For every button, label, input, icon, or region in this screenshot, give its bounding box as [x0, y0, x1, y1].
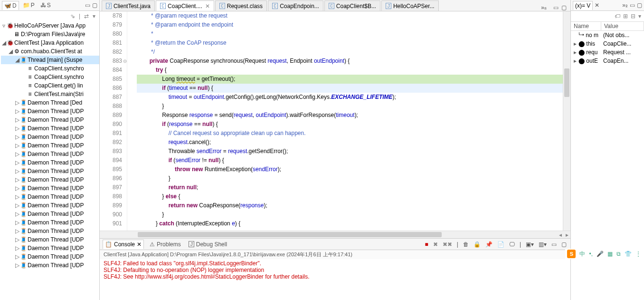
line-number-gutter[interactable]: 8788798808818828838848858868878888898908…	[100, 11, 127, 231]
show-logical-button[interactable]: ⊞	[623, 13, 628, 19]
tree-row[interactable]: ▷🧵Daemon Thread [UDP	[1, 244, 99, 252]
variables-list[interactable]: ⮡ no m(Not obs...▸⬤ thisCoapClie...▸⬤ re…	[571, 31, 644, 300]
clear-console-button[interactable]: 🗑	[462, 241, 470, 248]
tree-row[interactable]: ▷🧵Daemon Thread [UDP	[1, 167, 99, 175]
tree-row[interactable]: ▷🧵Daemon Thread [UDP	[1, 158, 99, 167]
code-editor[interactable]: 8788798808818828838848858868878888898908…	[100, 11, 570, 231]
maximize-editor-icon[interactable]: ▢	[561, 4, 567, 11]
tree-row[interactable]: ▷🧵Daemon Thread [UDP	[1, 124, 99, 133]
open-console-button[interactable]: ▣▾	[525, 241, 535, 248]
new-console-button[interactable]: ▥▾	[538, 241, 548, 248]
tree-row[interactable]: ≡CoapClient.synchro	[1, 64, 99, 73]
tree-row[interactable]: ▷🧵Daemon Thread [UDP	[1, 116, 99, 124]
tree-row[interactable]: ▷🧵Daemon Thread [UDP	[1, 150, 99, 158]
col-name[interactable]: Name	[571, 22, 601, 30]
collapse-icon[interactable]: ⇘	[70, 13, 75, 19]
minimize-icon[interactable]: ▭	[630, 2, 635, 9]
tab-debug-shell[interactable]: 🄹 Debug Shell	[187, 240, 229, 249]
minimize-icon[interactable]: ▭	[550, 241, 558, 248]
remove-launch-button[interactable]: ✖	[432, 241, 439, 248]
editor-tab-coapclient[interactable]: 🄲CoapClient....✕	[156, 0, 214, 11]
tree-label: Daemon Thread [Ded	[28, 99, 82, 106]
tab-problems[interactable]: ⚠ Problems	[148, 240, 183, 249]
ime-logo-icon[interactable]: S	[567, 250, 576, 258]
editor-tab-coapclientb[interactable]: 🄲CoapClient$B...	[324, 0, 380, 11]
tab-debug[interactable]: 🦋 D	[2, 1, 19, 10]
tree-row[interactable]: ▷🧵Daemon Thread [Ded	[1, 98, 99, 107]
ime-keyboard-button[interactable]: ▦	[607, 251, 613, 257]
tab-servers[interactable]: 🖧 S	[38, 1, 53, 10]
tree-row[interactable]: ≡CoapClient.get() lin	[1, 81, 99, 90]
maximize-icon[interactable]: ▢	[637, 2, 642, 9]
vertical-scrollbar[interactable]	[563, 11, 570, 231]
horizontal-scrollbar[interactable]: ◂▸	[100, 231, 570, 238]
ime-toolbar[interactable]: S 中 •, 🎤 ▦ ⧉ 👕 ⋮	[565, 249, 643, 259]
tree-row[interactable]: ▷🧵Daemon Thread [UDP	[1, 218, 99, 227]
console-output[interactable]: SLF4J: Failed to load class "org.slf4j.i…	[100, 259, 570, 300]
close-icon[interactable]: ✕	[595, 2, 599, 9]
minimize-icon[interactable]: ▭	[85, 2, 90, 9]
debug-tree[interactable]: ▿🐞HelloCoAPServer [Java App🖥D:\Program F…	[0, 21, 99, 300]
view-menu-icon[interactable]: ▾	[638, 13, 641, 19]
display-selected-button[interactable]: 📄	[496, 241, 505, 248]
pin-console-button[interactable]: 📌	[484, 241, 493, 248]
scrollbar-thumb[interactable]	[138, 232, 442, 237]
show-console-button[interactable]: 🖵	[508, 241, 516, 248]
code-content[interactable]: * @param request the request * @param en…	[127, 11, 563, 231]
tab-variables[interactable]: (x)= V	[573, 1, 593, 10]
tab-console[interactable]: 📋 Console ✕	[103, 240, 144, 249]
close-icon[interactable]: ✕	[137, 241, 142, 248]
editor-tab-clienttest[interactable]: 🄹ClientTest.java	[102, 0, 155, 11]
tree-row[interactable]: ▷🧵Daemon Thread [UDP	[1, 107, 99, 116]
tree-row[interactable]: ▷🧵Daemon Thread [UDP	[1, 261, 99, 270]
tree-row[interactable]: ◢🐞ClientTest [Java Application	[1, 39, 99, 47]
close-tab-icon[interactable]: ✕	[205, 3, 210, 10]
tree-row[interactable]: ▷🧵Daemon Thread [UDP	[1, 210, 99, 218]
tree-row[interactable]: ▷🧵Daemon Thread [UDP	[1, 133, 99, 141]
col-value[interactable]: Value	[601, 22, 644, 30]
tree-row[interactable]: ◢⚙com.huabo.ClientTest at	[1, 47, 99, 56]
tree-row[interactable]: ▷🧵Daemon Thread [UDP	[1, 201, 99, 210]
tree-row[interactable]: ▷🧵Daemon Thread [UDP	[1, 252, 99, 261]
tab-package[interactable]: 📁 P	[21, 1, 37, 10]
scroll-lock-button[interactable]: 🔒	[473, 241, 482, 248]
maximize-icon[interactable]: ▢	[560, 241, 568, 248]
show-type-names-button[interactable]: 🏷	[615, 13, 620, 19]
ime-voice-button[interactable]: 🎤	[597, 251, 604, 257]
more-tabs-button[interactable]: »₈	[538, 4, 549, 11]
ime-skin-button[interactable]: ⧉	[616, 251, 621, 257]
variable-row[interactable]: ⮡ no m(Not obs...	[571, 31, 644, 39]
scroll-left-icon[interactable]: ◂	[559, 232, 562, 238]
tree-row[interactable]: ▷🧵Daemon Thread [UDP	[1, 141, 99, 150]
editor-tab-request[interactable]: 🄲Request.class	[215, 0, 267, 11]
tree-row[interactable]: ▷🧵Daemon Thread [UDP	[1, 235, 99, 244]
tree-row[interactable]: ▿🐞HelloCoAPServer [Java App	[1, 21, 99, 30]
ime-tool-button[interactable]: 👕	[625, 251, 632, 257]
remove-all-button[interactable]: ✖✖	[442, 241, 453, 248]
more-views-button[interactable]: »₂	[622, 2, 628, 9]
scroll-right-icon[interactable]: ▸	[566, 232, 568, 238]
tree-row[interactable]: ▷🧵Daemon Thread [UDP	[1, 184, 99, 193]
variable-row[interactable]: ▸⬤ outECoapEn...	[571, 57, 644, 65]
terminate-button[interactable]: ■	[424, 241, 429, 248]
scrollbar-thumb[interactable]	[564, 68, 569, 97]
tree-row[interactable]: ≡ClientTest.main(Stri	[1, 90, 99, 98]
ime-menu-button[interactable]: ⋮	[635, 251, 641, 257]
tree-row[interactable]: ▷🧵Daemon Thread [UDP	[1, 193, 99, 201]
tree-row[interactable]: ≡CoapClient.synchro	[1, 73, 99, 81]
maximize-icon[interactable]: ▢	[92, 2, 97, 9]
tree-row[interactable]: ▷🧵Daemon Thread [UDP	[1, 227, 99, 235]
ime-punct-button[interactable]: •,	[589, 251, 593, 257]
editor-tab-coapendpoint[interactable]: 🄲CoapEndpoin...	[268, 0, 323, 11]
tree-row[interactable]: 🖥D:\Program Files\Java\jre	[1, 30, 99, 39]
ime-lang-button[interactable]: 中	[579, 250, 585, 258]
collapse-all-button[interactable]: ⊟	[631, 13, 635, 19]
view-menu-icon[interactable]: ▾	[93, 13, 95, 19]
tree-row[interactable]: ▷🧵Daemon Thread [UDP	[1, 175, 99, 184]
minimize-editor-icon[interactable]: ▭	[553, 4, 559, 11]
editor-tab-hellocoapserver[interactable]: 🄹HelloCoAPSer...	[381, 0, 439, 11]
variable-row[interactable]: ▸⬤ requRequest ...	[571, 48, 644, 57]
tree-row[interactable]: ◢🧵Thread [main] (Suspe	[1, 56, 99, 64]
link-icon[interactable]: ⇄	[84, 13, 89, 19]
variable-row[interactable]: ▸⬤ thisCoapClie...	[571, 39, 644, 48]
